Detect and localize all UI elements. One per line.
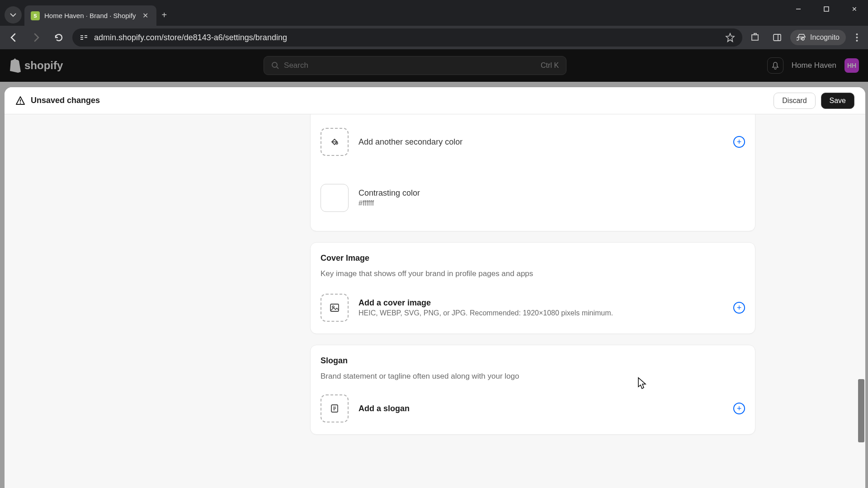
browser-tab-strip: S Home Haven · Brand · Shopify ✕ + ✕ xyxy=(0,0,868,26)
browser-address-bar: admin.shopify.com/store/de8143-a6/settin… xyxy=(0,26,868,49)
contrasting-color-swatch xyxy=(321,184,349,212)
svg-rect-3 xyxy=(80,37,83,38)
reload-button[interactable] xyxy=(50,28,68,47)
slogan-card: Slogan Brand statement or tagline often … xyxy=(310,345,755,435)
add-cover-image-row[interactable]: Add a cover image HEIC, WEBP, SVG, PNG, … xyxy=(311,287,755,333)
add-slogan-plus-button[interactable]: + xyxy=(733,403,745,414)
new-tab-button[interactable]: + xyxy=(156,5,173,25)
search-tabs-button[interactable] xyxy=(5,6,22,23)
url-text: admin.shopify.com/store/de8143-a6/settin… xyxy=(94,33,720,42)
add-slogan-label: Add a slogan xyxy=(359,404,733,413)
svg-rect-5 xyxy=(85,35,87,36)
add-cover-image-hint: HEIC, WEBP, SVG, PNG, or JPG. Recommende… xyxy=(359,309,733,317)
svg-point-12 xyxy=(856,33,858,35)
svg-rect-8 xyxy=(754,33,756,35)
forward-button[interactable] xyxy=(27,28,45,47)
scrollbar-thumb[interactable] xyxy=(858,379,864,442)
svg-rect-20 xyxy=(330,304,339,311)
close-window-button[interactable]: ✕ xyxy=(841,0,868,18)
document-icon xyxy=(321,394,349,422)
page-viewport: shopify Search Ctrl K Home Haven HH Unsa… xyxy=(0,49,868,488)
warning-icon xyxy=(15,96,25,106)
shopify-favicon: S xyxy=(31,11,40,20)
svg-point-14 xyxy=(856,40,858,42)
scrollbar[interactable] xyxy=(856,141,865,488)
slogan-desc: Brand statement or tagline often used al… xyxy=(321,372,745,381)
discard-button[interactable]: Discard xyxy=(774,93,815,109)
add-secondary-color-row[interactable]: Add another secondary color + xyxy=(311,122,755,162)
modal-header: Unsaved changes Discard Save xyxy=(5,87,865,114)
unsaved-changes-label: Unsaved changes xyxy=(31,96,100,105)
add-cover-plus-button[interactable]: + xyxy=(733,302,745,314)
contrasting-color-value: #ffffff xyxy=(359,199,745,207)
add-secondary-color-label: Add another secondary color xyxy=(359,137,733,147)
image-icon xyxy=(321,294,349,322)
back-button[interactable] xyxy=(5,28,23,47)
minimize-button[interactable] xyxy=(785,0,812,18)
add-secondary-plus-button[interactable]: + xyxy=(733,136,745,148)
svg-rect-1 xyxy=(824,7,829,11)
site-info-icon[interactable] xyxy=(80,33,89,42)
contrasting-color-label: Contrasting color xyxy=(359,188,745,198)
bookmark-icon[interactable] xyxy=(725,33,735,42)
paint-bucket-icon xyxy=(321,128,349,156)
svg-rect-9 xyxy=(774,34,781,41)
side-panel-icon[interactable] xyxy=(769,29,786,46)
settings-modal: Unsaved changes Discard Save Add another… xyxy=(5,87,865,488)
svg-point-18 xyxy=(20,102,21,103)
save-button[interactable]: Save xyxy=(821,93,854,109)
incognito-badge[interactable]: Incognito xyxy=(790,30,846,45)
url-bar[interactable]: admin.shopify.com/store/de8143-a6/settin… xyxy=(72,28,742,47)
svg-rect-2 xyxy=(80,35,83,36)
svg-rect-4 xyxy=(80,39,83,40)
extensions-icon[interactable] xyxy=(747,29,764,46)
svg-point-13 xyxy=(856,37,858,38)
incognito-icon xyxy=(797,33,807,42)
svg-rect-7 xyxy=(752,35,758,40)
modal-content: Add another secondary color + Contrastin… xyxy=(5,114,865,488)
cover-image-card: Cover Image Key image that shows off you… xyxy=(310,242,755,334)
add-slogan-row[interactable]: Add a slogan + xyxy=(311,388,755,434)
close-tab-icon[interactable]: ✕ xyxy=(141,10,150,21)
browser-menu-icon[interactable] xyxy=(850,29,863,46)
cover-image-desc: Key image that shows off your brand in p… xyxy=(321,269,745,278)
svg-rect-6 xyxy=(85,37,87,38)
cover-image-title: Cover Image xyxy=(321,253,745,263)
colors-card: Add another secondary color + Contrastin… xyxy=(310,114,755,231)
add-cover-image-label: Add a cover image xyxy=(359,298,733,308)
maximize-button[interactable] xyxy=(813,0,840,18)
slogan-title: Slogan xyxy=(321,356,745,366)
tab-title: Home Haven · Brand · Shopify xyxy=(44,12,136,19)
contrasting-color-row[interactable]: Contrasting color #ffffff xyxy=(311,178,755,218)
browser-tab[interactable]: S Home Haven · Brand · Shopify ✕ xyxy=(24,5,156,26)
